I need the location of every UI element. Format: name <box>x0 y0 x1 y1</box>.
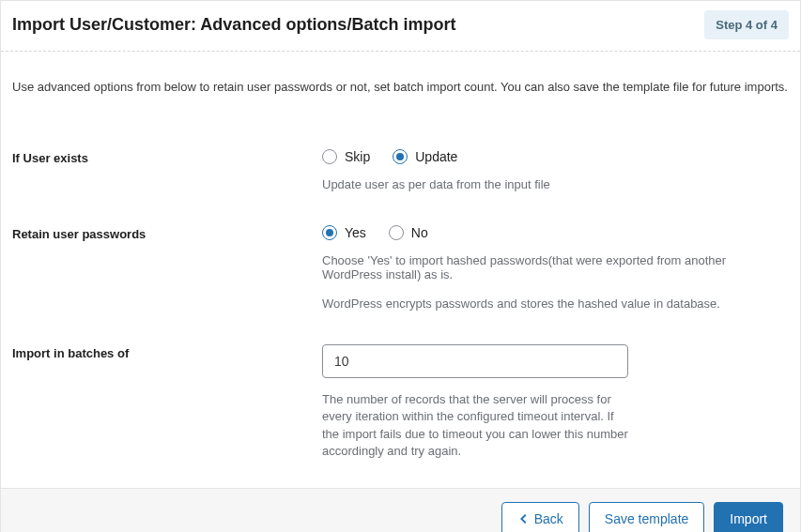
ctrl-batch: The number of records that the server wi… <box>322 344 787 460</box>
radio-user-exists-skip[interactable]: Skip <box>322 149 370 164</box>
help-retain-2: WordPress encrypts passwords and stores … <box>322 296 787 311</box>
import-button[interactable]: Import <box>714 502 783 532</box>
row-user-exists: If User exists Skip Update Update user a… <box>12 115 789 191</box>
radio-user-exists-update[interactable]: Update <box>393 149 457 164</box>
radio-label: No <box>411 225 428 240</box>
back-button[interactable]: Back <box>501 502 579 532</box>
page-title: Import User/Customer: Advanced options/B… <box>12 15 455 35</box>
radio-icon <box>389 225 404 240</box>
intro-text: Use advanced options from below to retai… <box>1 52 800 97</box>
save-template-button[interactable]: Save template <box>589 502 705 532</box>
import-step-panel: Import User/Customer: Advanced options/B… <box>0 0 801 532</box>
radio-icon <box>393 149 408 164</box>
help-batch: The number of records that the server wi… <box>322 391 628 460</box>
radio-label: Update <box>415 149 457 164</box>
chevron-left-icon <box>517 512 531 525</box>
label-retain-passwords: Retain user passwords <box>12 225 322 311</box>
help-retain-1: Choose 'Yes' to import hashed passwords(… <box>322 253 787 281</box>
back-label: Back <box>534 511 563 526</box>
panel-header: Import User/Customer: Advanced options/B… <box>1 1 800 52</box>
form-body: If User exists Skip Update Update user a… <box>1 97 800 488</box>
label-user-exists: If User exists <box>12 149 322 191</box>
row-retain-passwords: Retain user passwords Yes No Choose 'Yes… <box>12 191 789 311</box>
radio-label: Yes <box>345 225 366 240</box>
radio-retain-no[interactable]: No <box>389 225 428 240</box>
ctrl-user-exists: Skip Update Update user as per data from… <box>322 149 787 191</box>
help-user-exists: Update user as per data from the input f… <box>322 177 787 191</box>
ctrl-retain-passwords: Yes No Choose 'Yes' to import hashed pas… <box>322 225 787 311</box>
radio-label: Skip <box>345 149 370 164</box>
radio-retain-yes[interactable]: Yes <box>322 225 366 240</box>
row-batch: Import in batches of The number of recor… <box>12 311 789 460</box>
radio-icon <box>322 225 337 240</box>
footer-actions: Back Save template Import <box>1 488 800 532</box>
retain-passwords-radios: Yes No <box>322 225 787 240</box>
step-badge: Step 4 of 4 <box>704 10 789 39</box>
label-batch: Import in batches of <box>12 344 322 460</box>
batch-size-input[interactable] <box>322 344 628 378</box>
radio-icon <box>322 149 337 164</box>
user-exists-radios: Skip Update <box>322 149 787 164</box>
